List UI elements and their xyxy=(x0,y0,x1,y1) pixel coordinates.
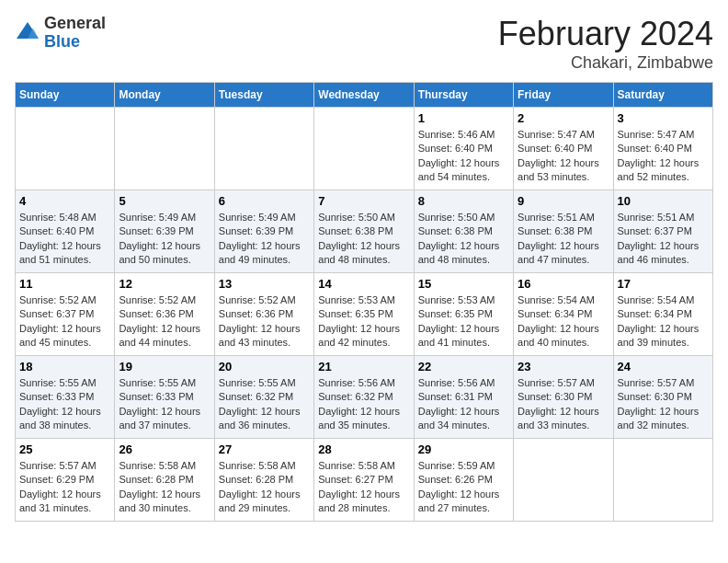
title-block: February 2024 Chakari, Zimbabwe xyxy=(498,15,713,73)
day-number: 13 xyxy=(219,277,310,291)
day-number: 9 xyxy=(518,194,609,208)
calendar-cell xyxy=(16,108,115,190)
day-number: 28 xyxy=(318,442,409,456)
col-header-wednesday: Wednesday xyxy=(314,83,414,108)
day-number: 14 xyxy=(318,277,409,291)
col-header-monday: Monday xyxy=(115,83,214,108)
day-info: Sunrise: 5:55 AM Sunset: 6:32 PM Dayligh… xyxy=(219,376,310,433)
calendar-cell: 29Sunrise: 5:59 AM Sunset: 6:26 PM Dayli… xyxy=(414,439,513,522)
day-number: 15 xyxy=(418,277,509,291)
day-number: 24 xyxy=(618,360,709,373)
day-info: Sunrise: 5:57 AM Sunset: 6:30 PM Dayligh… xyxy=(618,376,709,433)
day-number: 25 xyxy=(19,442,110,456)
day-info: Sunrise: 5:54 AM Sunset: 6:34 PM Dayligh… xyxy=(618,293,709,350)
calendar-cell: 19Sunrise: 5:55 AM Sunset: 6:33 PM Dayli… xyxy=(115,356,214,439)
calendar-cell: 23Sunrise: 5:57 AM Sunset: 6:30 PM Dayli… xyxy=(514,356,613,439)
calendar-cell: 20Sunrise: 5:55 AM Sunset: 6:32 PM Dayli… xyxy=(214,356,313,439)
calendar-cell: 1Sunrise: 5:46 AM Sunset: 6:40 PM Daylig… xyxy=(414,108,513,190)
logo: General Blue xyxy=(15,15,106,52)
col-header-friday: Friday xyxy=(514,83,613,108)
page-subtitle: Chakari, Zimbabwe xyxy=(498,53,713,73)
day-info: Sunrise: 5:53 AM Sunset: 6:35 PM Dayligh… xyxy=(418,293,509,350)
calendar-week-2: 11Sunrise: 5:52 AM Sunset: 6:37 PM Dayli… xyxy=(16,273,713,356)
col-header-tuesday: Tuesday xyxy=(214,83,313,108)
day-info: Sunrise: 5:55 AM Sunset: 6:33 PM Dayligh… xyxy=(119,376,210,433)
day-info: Sunrise: 5:59 AM Sunset: 6:26 PM Dayligh… xyxy=(418,459,509,516)
day-number: 17 xyxy=(618,277,709,291)
day-number: 19 xyxy=(119,360,210,373)
calendar-cell: 5Sunrise: 5:49 AM Sunset: 6:39 PM Daylig… xyxy=(115,190,214,273)
day-number: 22 xyxy=(418,360,509,373)
day-info: Sunrise: 5:50 AM Sunset: 6:38 PM Dayligh… xyxy=(318,211,409,268)
day-number: 12 xyxy=(119,277,210,291)
day-number: 1 xyxy=(418,111,509,125)
calendar-cell: 27Sunrise: 5:58 AM Sunset: 6:28 PM Dayli… xyxy=(214,439,313,522)
logo-line1: General xyxy=(44,15,106,33)
day-info: Sunrise: 5:58 AM Sunset: 6:27 PM Dayligh… xyxy=(318,459,409,516)
calendar-week-0: 1Sunrise: 5:46 AM Sunset: 6:40 PM Daylig… xyxy=(16,108,713,190)
calendar-table: SundayMondayTuesdayWednesdayThursdayFrid… xyxy=(15,82,713,522)
calendar-cell: 11Sunrise: 5:52 AM Sunset: 6:37 PM Dayli… xyxy=(16,273,115,356)
calendar-cell xyxy=(514,439,613,522)
day-info: Sunrise: 5:49 AM Sunset: 6:39 PM Dayligh… xyxy=(119,211,210,268)
calendar-header-row: SundayMondayTuesdayWednesdayThursdayFrid… xyxy=(16,83,713,108)
day-info: Sunrise: 5:52 AM Sunset: 6:37 PM Dayligh… xyxy=(19,293,110,350)
calendar-cell: 13Sunrise: 5:52 AM Sunset: 6:36 PM Dayli… xyxy=(214,273,313,356)
calendar-cell: 24Sunrise: 5:57 AM Sunset: 6:30 PM Dayli… xyxy=(613,356,712,439)
day-info: Sunrise: 5:51 AM Sunset: 6:37 PM Dayligh… xyxy=(618,211,709,268)
day-number: 7 xyxy=(318,194,409,208)
page-title: February 2024 xyxy=(498,15,713,53)
day-info: Sunrise: 5:54 AM Sunset: 6:34 PM Dayligh… xyxy=(518,293,609,350)
calendar-cell: 17Sunrise: 5:54 AM Sunset: 6:34 PM Dayli… xyxy=(613,273,712,356)
day-info: Sunrise: 5:58 AM Sunset: 6:28 PM Dayligh… xyxy=(219,459,310,516)
day-number: 20 xyxy=(219,360,310,373)
day-number: 23 xyxy=(518,360,609,373)
logo-line2: Blue xyxy=(44,33,106,52)
day-number: 26 xyxy=(119,442,210,456)
calendar-cell: 16Sunrise: 5:54 AM Sunset: 6:34 PM Dayli… xyxy=(514,273,613,356)
day-number: 29 xyxy=(418,442,509,456)
calendar-cell: 10Sunrise: 5:51 AM Sunset: 6:37 PM Dayli… xyxy=(613,190,712,273)
day-info: Sunrise: 5:56 AM Sunset: 6:31 PM Dayligh… xyxy=(418,376,509,433)
day-number: 8 xyxy=(418,194,509,208)
calendar-cell: 22Sunrise: 5:56 AM Sunset: 6:31 PM Dayli… xyxy=(414,356,513,439)
calendar-cell: 8Sunrise: 5:50 AM Sunset: 6:38 PM Daylig… xyxy=(414,190,513,273)
day-info: Sunrise: 5:49 AM Sunset: 6:39 PM Dayligh… xyxy=(219,211,310,268)
calendar-week-4: 25Sunrise: 5:57 AM Sunset: 6:29 PM Dayli… xyxy=(16,439,713,522)
calendar-cell: 9Sunrise: 5:51 AM Sunset: 6:38 PM Daylig… xyxy=(514,190,613,273)
day-info: Sunrise: 5:55 AM Sunset: 6:33 PM Dayligh… xyxy=(19,376,110,433)
day-info: Sunrise: 5:47 AM Sunset: 6:40 PM Dayligh… xyxy=(518,128,609,185)
calendar-cell xyxy=(214,108,313,190)
day-info: Sunrise: 5:47 AM Sunset: 6:40 PM Dayligh… xyxy=(618,128,709,185)
calendar-cell: 7Sunrise: 5:50 AM Sunset: 6:38 PM Daylig… xyxy=(314,190,414,273)
day-info: Sunrise: 5:46 AM Sunset: 6:40 PM Dayligh… xyxy=(418,128,509,185)
calendar-cell: 6Sunrise: 5:49 AM Sunset: 6:39 PM Daylig… xyxy=(214,190,313,273)
day-number: 11 xyxy=(19,277,110,291)
day-number: 10 xyxy=(618,194,709,208)
col-header-sunday: Sunday xyxy=(16,83,115,108)
calendar-cell: 2Sunrise: 5:47 AM Sunset: 6:40 PM Daylig… xyxy=(514,108,613,190)
col-header-saturday: Saturday xyxy=(613,83,712,108)
day-info: Sunrise: 5:58 AM Sunset: 6:28 PM Dayligh… xyxy=(119,459,210,516)
calendar-cell xyxy=(314,108,414,190)
calendar-cell xyxy=(115,108,214,190)
page-header: General Blue February 2024 Chakari, Zimb… xyxy=(15,15,713,73)
day-info: Sunrise: 5:57 AM Sunset: 6:30 PM Dayligh… xyxy=(518,376,609,433)
calendar-cell: 4Sunrise: 5:48 AM Sunset: 6:40 PM Daylig… xyxy=(16,190,115,273)
logo-icon xyxy=(15,20,40,46)
calendar-cell: 15Sunrise: 5:53 AM Sunset: 6:35 PM Dayli… xyxy=(414,273,513,356)
calendar-cell: 21Sunrise: 5:56 AM Sunset: 6:32 PM Dayli… xyxy=(314,356,414,439)
day-number: 6 xyxy=(219,194,310,208)
day-number: 16 xyxy=(518,277,609,291)
logo-text: General Blue xyxy=(44,15,106,52)
calendar-cell: 25Sunrise: 5:57 AM Sunset: 6:29 PM Dayli… xyxy=(16,439,115,522)
calendar-cell: 14Sunrise: 5:53 AM Sunset: 6:35 PM Dayli… xyxy=(314,273,414,356)
day-info: Sunrise: 5:53 AM Sunset: 6:35 PM Dayligh… xyxy=(318,293,409,350)
day-info: Sunrise: 5:56 AM Sunset: 6:32 PM Dayligh… xyxy=(318,376,409,433)
day-number: 5 xyxy=(119,194,210,208)
day-number: 21 xyxy=(318,360,409,373)
day-info: Sunrise: 5:57 AM Sunset: 6:29 PM Dayligh… xyxy=(19,459,110,516)
calendar-cell: 26Sunrise: 5:58 AM Sunset: 6:28 PM Dayli… xyxy=(115,439,214,522)
day-number: 2 xyxy=(518,111,609,125)
calendar-cell xyxy=(613,439,712,522)
